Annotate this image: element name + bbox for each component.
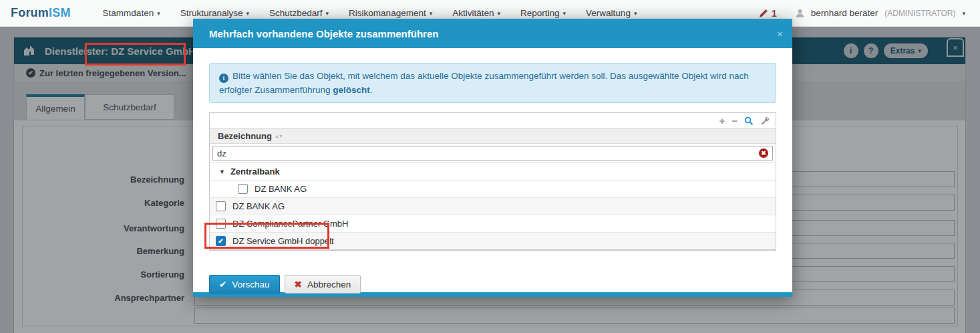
nav-item-strukturanalyse[interactable]: Strukturanalyse▾ (180, 8, 249, 18)
nav-item-schutzbedarf[interactable]: Schutzbedarf▾ (269, 8, 329, 18)
search-input[interactable] (212, 146, 773, 160)
table-toolbar: + − (210, 113, 776, 128)
dialog-buttons: ✔Vorschau ✖Abbrechen (209, 275, 776, 294)
chevron-down-icon: ▾ (430, 10, 433, 17)
nav-item-reporting[interactable]: Reporting▾ (520, 8, 566, 18)
screen: ForumISM Stammdaten▾ Strukturanalyse▾ Sc… (0, 0, 980, 333)
object-row[interactable]: DZ CompliancePartner GmbH (210, 215, 776, 233)
search-row: ✖ (210, 144, 776, 163)
sort-icon: ▲▼ (275, 134, 283, 138)
add-icon[interactable]: + (719, 116, 725, 126)
search-icon[interactable] (744, 116, 754, 126)
edit-count-value: 1 (772, 8, 777, 19)
object-row[interactable]: DZ BANK AG (210, 198, 776, 215)
collapse-caret-icon[interactable]: ▼ (219, 169, 225, 175)
clear-search-icon[interactable]: ✖ (759, 148, 768, 158)
merge-dialog-title: Mehrfach vorhandene Objekte zusammenführ… (209, 28, 438, 39)
nav-item-verwaltung[interactable]: Verwaltung▾ (586, 8, 637, 18)
chevron-down-icon: ▾ (157, 10, 160, 17)
column-header-bezeichnung[interactable]: Bezeichnung▲▼ (210, 128, 776, 144)
pencil-icon (759, 9, 768, 18)
row-checkbox[interactable] (216, 219, 226, 229)
abbrechen-button[interactable]: ✖Abbrechen (285, 275, 361, 294)
merge-object-table: + − Bezeichnung▲▼ ✖ ▼ (209, 112, 776, 251)
row-checkbox[interactable] (238, 184, 248, 194)
object-row[interactable]: DZ BANK AG (210, 181, 776, 198)
vorschau-button[interactable]: ✔Vorschau (209, 275, 280, 294)
merge-dialog: Mehrfach vorhandene Objekte zusammenführ… (193, 19, 792, 297)
user-menu-caret-icon[interactable]: ▾ (962, 10, 965, 17)
remove-icon[interactable]: − (731, 116, 738, 126)
chevron-down-icon: ▾ (326, 10, 329, 17)
row-checkbox[interactable]: ✔ (216, 236, 226, 246)
info-icon: i (219, 74, 228, 83)
wrench-icon[interactable] (760, 116, 769, 125)
user-role: (ADMINISTRATOR) (884, 9, 955, 18)
chevron-down-icon: ▾ (497, 10, 500, 17)
nav-item-risikomanagement[interactable]: Risikomanagement▾ (349, 8, 432, 18)
edit-counter[interactable]: 1 (759, 8, 777, 19)
nav-right: 1 bernhard berater (ADMINISTRATOR) ▾ (759, 8, 965, 19)
logo-part2: ISM (49, 6, 71, 19)
merge-dialog-body: iBitte wählen Sie das Objekt, mit welche… (193, 48, 792, 292)
app-logo[interactable]: ForumISM (11, 6, 71, 20)
info-text: Bitte wählen Sie das Objekt, mit welchem… (219, 71, 749, 95)
info-text-bold: gelöscht (333, 85, 370, 95)
chevron-down-icon: ▾ (246, 10, 249, 17)
user-name: bernhard berater (811, 8, 878, 18)
row-checkbox[interactable] (216, 201, 226, 211)
check-icon: ✔ (219, 279, 226, 290)
nav-item-stammdaten[interactable]: Stammdaten▾ (103, 8, 160, 18)
info-banner: iBitte wählen Sie das Objekt, mit welche… (209, 63, 776, 103)
logo-part1: Forum (11, 6, 49, 19)
nav-menu: Stammdaten▾ Strukturanalyse▾ Schutzbedar… (103, 8, 637, 18)
x-icon: ✖ (295, 279, 302, 290)
merge-dialog-titlebar: Mehrfach vorhandene Objekte zusammenführ… (193, 19, 792, 48)
group-row-zentralbank[interactable]: ▼ Zentralbank (210, 163, 776, 181)
object-row-selected[interactable]: ✔ DZ Service GmbH doppelt (210, 233, 776, 250)
chevron-down-icon: ▾ (634, 10, 637, 17)
user-icon (796, 9, 804, 17)
group-label: Zentralbank (230, 166, 280, 177)
modal-close-icon[interactable]: × (777, 28, 783, 39)
nav-item-aktivitaeten[interactable]: Aktivitäten▾ (452, 8, 500, 18)
chevron-down-icon: ▾ (563, 10, 566, 17)
